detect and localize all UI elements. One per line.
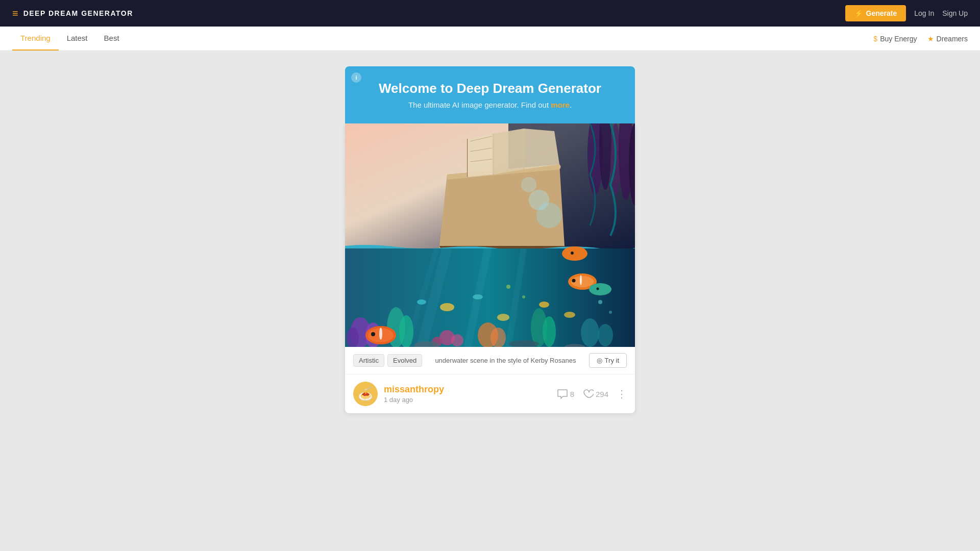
svg-point-30	[598, 324, 613, 346]
image-description: underwater scene in the style of Kerby R…	[422, 357, 589, 364]
welcome-title: Welcome to Deep Dream Generator	[365, 81, 615, 96]
tab-trending[interactable]: Trending	[12, 27, 59, 51]
buy-energy-link[interactable]: $ Buy Energy	[873, 35, 917, 43]
dreamers-star-icon: ★	[927, 35, 934, 43]
main-content: i Welcome to Deep Dream Generator The ul…	[0, 51, 980, 429]
more-link[interactable]: more	[551, 101, 570, 109]
content-column: i Welcome to Deep Dream Generator The ul…	[345, 66, 635, 413]
energy-icon: $	[873, 35, 877, 43]
like-button[interactable]: 294	[582, 389, 608, 399]
header-right: ⚡ Generate Log In Sign Up	[845, 5, 968, 21]
nav-tabs: Trending Latest Best	[12, 27, 128, 51]
svg-point-43	[562, 246, 587, 261]
nav-right: $ Buy Energy ★ Dreamers	[873, 35, 968, 43]
svg-point-15	[536, 203, 562, 228]
login-link[interactable]: Log In	[914, 9, 934, 17]
info-icon: i	[351, 72, 361, 83]
timestamp: 1 day ago	[384, 396, 557, 404]
svg-point-56	[609, 311, 612, 314]
buy-energy-label: Buy Energy	[880, 35, 917, 43]
username[interactable]: missanthropy	[384, 384, 557, 395]
heart-icon	[582, 389, 594, 399]
app-title: DEEP DREAM GENERATOR	[23, 9, 133, 17]
header-left: ≡ DEEP DREAM GENERATOR	[12, 8, 133, 19]
tag-list: Artistic Evolved	[353, 354, 422, 367]
svg-point-46	[597, 288, 599, 290]
svg-point-54	[522, 295, 525, 298]
svg-point-28	[543, 316, 556, 347]
svg-point-48	[497, 314, 509, 321]
like-count: 294	[596, 390, 608, 398]
svg-point-45	[589, 283, 611, 295]
logo-icon: ≡	[12, 8, 18, 19]
svg-point-52	[473, 294, 483, 299]
bolt-icon: ⚡	[854, 9, 863, 17]
artwork-image[interactable]	[345, 123, 635, 347]
svg-point-49	[539, 302, 549, 308]
generate-label: Generate	[866, 9, 897, 17]
image-card: Artistic Evolved underwater scene in the…	[345, 123, 635, 413]
tag-artistic[interactable]: Artistic	[353, 354, 384, 367]
comment-icon	[557, 389, 568, 399]
more-options-button[interactable]: ⋮	[617, 388, 627, 400]
avatar[interactable]: 🍝	[353, 382, 378, 406]
subtitle-text: The ultimate AI image generator. Find ou…	[408, 101, 551, 109]
generate-button[interactable]: ⚡ Generate	[845, 5, 906, 21]
svg-point-53	[506, 285, 510, 289]
user-actions: 8 294 ⋮	[557, 388, 627, 400]
image-footer: Artistic Evolved underwater scene in the…	[345, 347, 635, 374]
svg-point-50	[564, 312, 575, 318]
dreamers-link[interactable]: ★ Dreamers	[927, 35, 968, 43]
svg-point-29	[581, 318, 599, 347]
signup-link[interactable]: Sign Up	[942, 9, 968, 17]
svg-point-42	[572, 279, 576, 283]
svg-point-47	[440, 303, 454, 311]
user-info: missanthropy 1 day ago	[384, 384, 557, 404]
svg-point-44	[571, 252, 574, 255]
header: ≡ DEEP DREAM GENERATOR ⚡ Generate Log In…	[0, 0, 980, 27]
try-it-label: Try it	[605, 357, 619, 364]
svg-point-14	[521, 177, 536, 192]
svg-point-21	[399, 315, 413, 347]
svg-point-51	[417, 299, 426, 305]
welcome-subtitle: The ultimate AI image generator. Find ou…	[365, 101, 615, 109]
user-section: 🍝 missanthropy 1 day ago 8	[345, 374, 635, 413]
try-it-button[interactable]: ◎ Try it	[589, 353, 627, 368]
subtitle-end: .	[570, 101, 572, 109]
tab-latest[interactable]: Latest	[59, 27, 96, 51]
dreamers-label: Dreamers	[937, 35, 968, 43]
main-nav: Trending Latest Best $ Buy Energy ★ Drea…	[0, 27, 980, 51]
svg-point-37	[379, 328, 382, 340]
tab-best[interactable]: Best	[96, 27, 128, 51]
comment-count: 8	[570, 390, 574, 398]
svg-point-41	[580, 275, 582, 285]
try-it-icon: ◎	[597, 357, 602, 364]
svg-point-38	[371, 332, 375, 336]
welcome-banner: i Welcome to Deep Dream Generator The ul…	[345, 66, 635, 123]
comment-button[interactable]: 8	[557, 389, 574, 399]
svg-point-23	[451, 334, 463, 346]
svg-point-55	[598, 300, 602, 304]
tag-evolved[interactable]: Evolved	[387, 354, 422, 367]
